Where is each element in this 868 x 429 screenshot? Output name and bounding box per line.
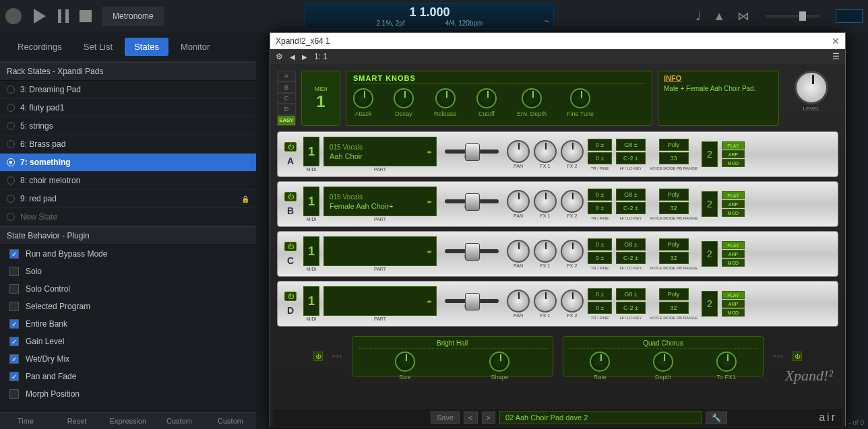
state-item[interactable]: 5: strings [0, 117, 256, 135]
checkbox[interactable]: ✓ [9, 337, 19, 346]
hi-key-cell[interactable]: G8 ± [616, 139, 646, 151]
part-midi-ch[interactable]: 1 [303, 187, 319, 216]
tab-set-list[interactable]: Set List [74, 38, 122, 56]
preset-next-button[interactable]: > [482, 411, 495, 424]
state-item[interactable]: New State [0, 208, 256, 226]
hi-key-cell[interactable]: G8 ± [616, 189, 646, 201]
part-power-button[interactable]: ⏻ [284, 192, 297, 201]
fine-cell[interactable]: 0 ± [588, 302, 612, 314]
close-icon[interactable]: ✕ [832, 36, 840, 46]
level-fader[interactable]: LEVEL [441, 199, 503, 209]
easy-tab[interactable]: EASY [277, 115, 296, 126]
pan-knob[interactable]: PAN [507, 140, 530, 168]
patch-selector[interactable]: 015 VocalsFemale Aah Choir+◂▸ [323, 187, 437, 216]
level-knob[interactable] [795, 71, 828, 104]
fx-knob-to-fx1[interactable]: To FX1 [716, 352, 737, 381]
transport-label[interactable]: Metronome [102, 7, 164, 26]
smart-knob-release[interactable]: Release [434, 88, 456, 117]
level-fader[interactable]: LEVEL [441, 299, 503, 308]
prev-preset-icon[interactable]: ◀ [290, 53, 295, 61]
patch-selector[interactable]: 015 VocalsAah Choir◂▸ [323, 137, 437, 166]
state-item[interactable]: 8: choir melotron [0, 172, 256, 190]
metronome-icon[interactable]: ▲ [713, 9, 725, 24]
volume-slider-1[interactable] [766, 15, 819, 18]
lo-key-cell[interactable]: C-2 ± [616, 302, 646, 314]
fine-cell[interactable]: 0 ± [588, 202, 612, 214]
pb-range-cell[interactable]: 2 [702, 241, 718, 267]
checkbox[interactable]: ✓ [9, 249, 19, 259]
pb-cell[interactable]: 32 [659, 302, 689, 314]
settings-icon[interactable]: ⚙ [276, 52, 283, 61]
part-power-button[interactable]: ⏻ [284, 142, 297, 152]
knob-dial[interactable] [653, 352, 673, 372]
knob-dial[interactable] [489, 352, 509, 372]
pb-cell[interactable]: 32 [659, 202, 689, 214]
mod-button[interactable]: MOD [722, 159, 745, 167]
knob-dial[interactable] [590, 352, 610, 372]
plugin-titlebar[interactable]: Xpand!2_x64 1 ✕ [270, 33, 845, 49]
lo-key-cell[interactable]: C-2 ± [616, 152, 646, 164]
footer-tab[interactable]: Time [0, 412, 51, 429]
level-fader[interactable]: LEVEL [441, 249, 503, 259]
mod-button[interactable]: MOD [722, 209, 745, 217]
fx2-send-knob[interactable]: FX 2 [561, 190, 584, 218]
state-item[interactable]: 4: fluty pad1 [0, 99, 256, 117]
footer-tab[interactable]: Custom [154, 412, 205, 429]
smart-knob-cutoff[interactable]: Cutoff [476, 88, 497, 117]
knob-dial[interactable] [394, 88, 414, 108]
pb-cell[interactable]: 32 [659, 252, 689, 264]
fx-knob-size[interactable]: Size [395, 352, 415, 381]
fx2-power[interactable]: ⏻ [793, 352, 802, 361]
knob-dial[interactable] [476, 88, 497, 108]
fx1-name[interactable]: Bright Hall [358, 339, 547, 349]
transpose-cell[interactable]: 0 ± [588, 238, 612, 251]
pb-range-cell[interactable]: 2 [702, 191, 718, 217]
play-button[interactable]: PLAY [722, 241, 745, 249]
fx-knob-shape[interactable]: Shape [489, 352, 509, 381]
part-tab-d[interactable]: D [277, 104, 296, 114]
mod-button[interactable]: MOD [722, 259, 745, 267]
pan-knob[interactable]: PAN [507, 190, 530, 218]
state-item[interactable]: 3: Dreaming Pad [0, 81, 256, 99]
footer-tab[interactable]: Custom [205, 412, 256, 429]
checkbox[interactable] [9, 267, 19, 276]
pan-knob[interactable]: PAN [507, 290, 530, 318]
smart-knob-env-depth[interactable]: Env. Depth [517, 88, 547, 117]
stop-button[interactable] [80, 10, 92, 22]
smart-knob-decay[interactable]: Decay [394, 88, 414, 117]
checkbox[interactable]: ✓ [9, 372, 19, 381]
state-item[interactable]: 7: something [0, 154, 256, 172]
play-button[interactable]: PLAY [722, 191, 745, 199]
footer-tab[interactable]: Expression [102, 412, 154, 429]
arp-button[interactable]: ARP [722, 250, 745, 258]
tab-recordings[interactable]: Recordings [8, 38, 71, 56]
fx1-power[interactable]: ⏻ [313, 352, 323, 361]
play-button[interactable]: PLAY [722, 141, 745, 150]
fx1-send-knob[interactable]: FX 1 [534, 140, 557, 168]
fx2-name[interactable]: Quad Chorus [569, 339, 758, 349]
knob-dial[interactable] [435, 88, 456, 108]
transpose-cell[interactable]: 0 ± [588, 189, 612, 201]
transpose-cell[interactable]: 0 ± [588, 288, 612, 300]
knob-dial[interactable] [570, 88, 590, 108]
fx2-send-knob[interactable]: FX 2 [561, 140, 584, 168]
fx1-send-knob[interactable]: FX 1 [534, 240, 557, 268]
wrench-icon[interactable]: 🔧 [706, 411, 727, 424]
pb-range-cell[interactable]: 2 [702, 141, 718, 167]
mod-button[interactable]: MOD [722, 308, 745, 317]
arp-button[interactable]: ARP [722, 200, 745, 208]
patch-selector[interactable]: ◂▸ [323, 236, 437, 266]
lo-key-cell[interactable]: C-2 ± [616, 202, 646, 214]
next-preset-icon[interactable]: ▶ [302, 53, 307, 61]
part-tab-b[interactable]: B [277, 81, 296, 92]
lo-key-cell[interactable]: C-2 ± [616, 252, 646, 264]
fx1-send-knob[interactable]: FX 1 [534, 290, 557, 318]
transpose-cell[interactable]: 0 ± [588, 139, 612, 151]
checkbox[interactable]: ✓ [9, 354, 19, 364]
tab-states[interactable]: States [125, 38, 168, 56]
fine-cell[interactable]: 0 ± [588, 152, 612, 164]
knob-dial[interactable] [716, 352, 737, 372]
voice-mode-cell[interactable]: Poly [659, 189, 689, 201]
arp-button[interactable]: ARP [722, 300, 745, 308]
hi-key-cell[interactable]: G8 ± [616, 288, 646, 300]
